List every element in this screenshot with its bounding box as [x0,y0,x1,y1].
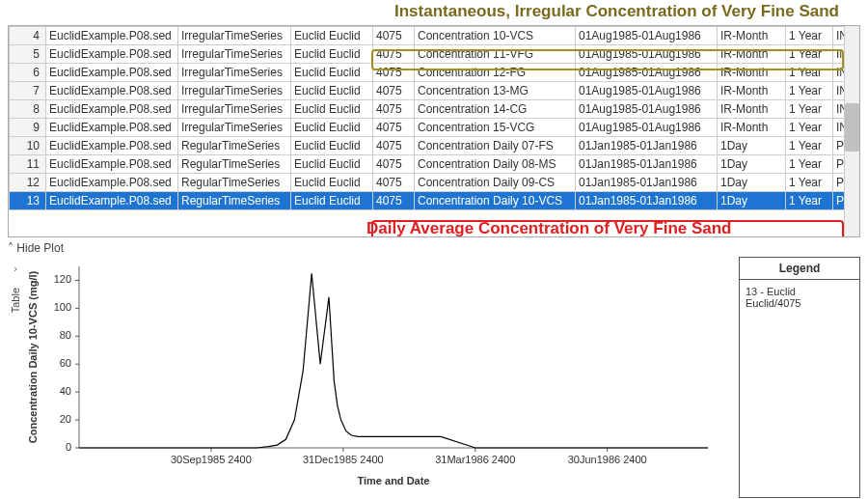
cell-id[interactable]: 4075 [373,155,415,174]
cell-id[interactable]: 4075 [373,192,415,210]
cell-span[interactable]: 1 Year [786,100,833,119]
cell-type[interactable]: RegularTimeSeries [178,192,291,210]
cell-id[interactable]: 4075 [373,64,415,82]
cell-range[interactable]: 01Aug1985-01Aug1986 [576,82,718,100]
cell-var[interactable]: Concentration Daily 09-CS [415,174,576,192]
cell-file[interactable]: EuclidExample.P08.sed [46,27,178,45]
cell-type[interactable]: RegularTimeSeries [178,155,291,174]
cell-range[interactable]: 01Aug1985-01Aug1986 [576,119,718,137]
cell-loc[interactable]: Euclid Euclid [291,82,373,100]
cell-idx[interactable]: 7 [10,82,46,100]
cell-loc[interactable]: Euclid Euclid [291,100,373,119]
cell-id[interactable]: 4075 [373,100,415,119]
cell-idx[interactable]: 8 [10,100,46,119]
cell-file[interactable]: EuclidExample.P08.sed [46,174,178,192]
cell-step[interactable]: IR-Month [718,119,786,137]
cell-loc[interactable]: Euclid Euclid [291,27,373,45]
cell-type[interactable]: RegularTimeSeries [178,174,291,192]
cell-range[interactable]: 01Aug1985-01Aug1986 [576,100,718,119]
cell-type[interactable]: IrregularTimeSeries [178,119,291,137]
cell-var[interactable]: Concentration Daily 07-FS [415,137,576,155]
cell-var[interactable]: Concentration 10-VCS [415,27,576,45]
cell-loc[interactable]: Euclid Euclid [291,155,373,174]
cell-id[interactable]: 4075 [373,82,415,100]
data-grid[interactable]: 4EuclidExample.P08.sedIrregularTimeSerie… [8,25,860,237]
cell-id[interactable]: 4075 [373,137,415,155]
cell-var[interactable]: Concentration 14-CG [415,100,576,119]
cell-span[interactable]: 1 Year [786,174,833,192]
cell-span[interactable]: 1 Year [786,45,833,64]
cell-file[interactable]: EuclidExample.P08.sed [46,137,178,155]
table-row[interactable]: 9EuclidExample.P08.sedIrregularTimeSerie… [10,119,861,137]
expand-side-icon[interactable]: › [14,263,17,274]
cell-id[interactable]: 4075 [373,119,415,137]
cell-type[interactable]: IrregularTimeSeries [178,100,291,119]
cell-step[interactable]: 1Day [718,137,786,155]
cell-file[interactable]: EuclidExample.P08.sed [46,82,178,100]
cell-file[interactable]: EuclidExample.P08.sed [46,119,178,137]
cell-idx[interactable]: 12 [10,174,46,192]
cell-idx[interactable]: 9 [10,119,46,137]
cell-type[interactable]: IrregularTimeSeries [178,64,291,82]
cell-range[interactable]: 01Aug1985-01Aug1986 [576,27,718,45]
cell-type[interactable]: IrregularTimeSeries [178,45,291,64]
cell-file[interactable]: EuclidExample.P08.sed [46,45,178,64]
cell-idx[interactable]: 4 [10,27,46,45]
table-row[interactable]: 8EuclidExample.P08.sedIrregularTimeSerie… [10,100,861,119]
cell-idx[interactable]: 6 [10,64,46,82]
cell-step[interactable]: IR-Month [718,45,786,64]
data-table[interactable]: 4EuclidExample.P08.sedIrregularTimeSerie… [9,26,860,210]
cell-range[interactable]: 01Jan1985-01Jan1986 [576,174,718,192]
cell-loc[interactable]: Euclid Euclid [291,192,373,210]
table-row[interactable]: 5EuclidExample.P08.sedIrregularTimeSerie… [10,45,861,64]
cell-span[interactable]: 1 Year [786,137,833,155]
cell-idx[interactable]: 11 [10,155,46,174]
cell-id[interactable]: 4075 [373,27,415,45]
cell-type[interactable]: RegularTimeSeries [178,137,291,155]
chart-area[interactable]: 02040608010012030Sep1985 240031Dec1985 2… [23,257,733,498]
cell-step[interactable]: 1Day [718,174,786,192]
table-row[interactable]: 13EuclidExample.P08.sedRegularTimeSeries… [10,192,861,210]
cell-var[interactable]: Concentration 12-FG [415,64,576,82]
cell-range[interactable]: 01Aug1985-01Aug1986 [576,64,718,82]
table-row[interactable]: 7EuclidExample.P08.sedIrregularTimeSerie… [10,82,861,100]
cell-file[interactable]: EuclidExample.P08.sed [46,100,178,119]
cell-type[interactable]: IrregularTimeSeries [178,82,291,100]
scrollbar-thumb[interactable] [845,103,859,152]
cell-loc[interactable]: Euclid Euclid [291,45,373,64]
table-scrollbar[interactable] [844,26,859,236]
cell-file[interactable]: EuclidExample.P08.sed [46,155,178,174]
cell-var[interactable]: Concentration 11-VFG [415,45,576,64]
cell-step[interactable]: 1Day [718,192,786,210]
cell-idx[interactable]: 13 [10,192,46,210]
cell-type[interactable]: IrregularTimeSeries [178,27,291,45]
hide-plot-toggle[interactable]: ˄ Hide Plot [8,239,860,257]
cell-loc[interactable]: Euclid Euclid [291,174,373,192]
cell-loc[interactable]: Euclid Euclid [291,64,373,82]
cell-span[interactable]: 1 Year [786,155,833,174]
legend-item[interactable]: 13 - Euclid Euclid/4075 [740,280,859,315]
table-row[interactable]: 10EuclidExample.P08.sedRegularTimeSeries… [10,137,861,155]
cell-loc[interactable]: Euclid Euclid [291,119,373,137]
table-row[interactable]: 6EuclidExample.P08.sedIrregularTimeSerie… [10,64,861,82]
cell-step[interactable]: IR-Month [718,27,786,45]
cell-range[interactable]: 01Jan1985-01Jan1986 [576,155,718,174]
cell-id[interactable]: 4075 [373,45,415,64]
cell-var[interactable]: Concentration Daily 08-MS [415,155,576,174]
cell-var[interactable]: Concentration 15-VCG [415,119,576,137]
table-row[interactable]: 11EuclidExample.P08.sedRegularTimeSeries… [10,155,861,174]
cell-step[interactable]: IR-Month [718,82,786,100]
cell-step[interactable]: IR-Month [718,100,786,119]
cell-file[interactable]: EuclidExample.P08.sed [46,64,178,82]
cell-step[interactable]: IR-Month [718,64,786,82]
cell-var[interactable]: Concentration Daily 10-VCS [415,192,576,210]
cell-idx[interactable]: 10 [10,137,46,155]
cell-span[interactable]: 1 Year [786,192,833,210]
cell-range[interactable]: 01Jan1985-01Jan1986 [576,192,718,210]
table-tab[interactable]: Table [10,288,21,313]
cell-span[interactable]: 1 Year [786,119,833,137]
cell-loc[interactable]: Euclid Euclid [291,137,373,155]
cell-span[interactable]: 1 Year [786,27,833,45]
cell-span[interactable]: 1 Year [786,64,833,82]
cell-range[interactable]: 01Jan1985-01Jan1986 [576,137,718,155]
